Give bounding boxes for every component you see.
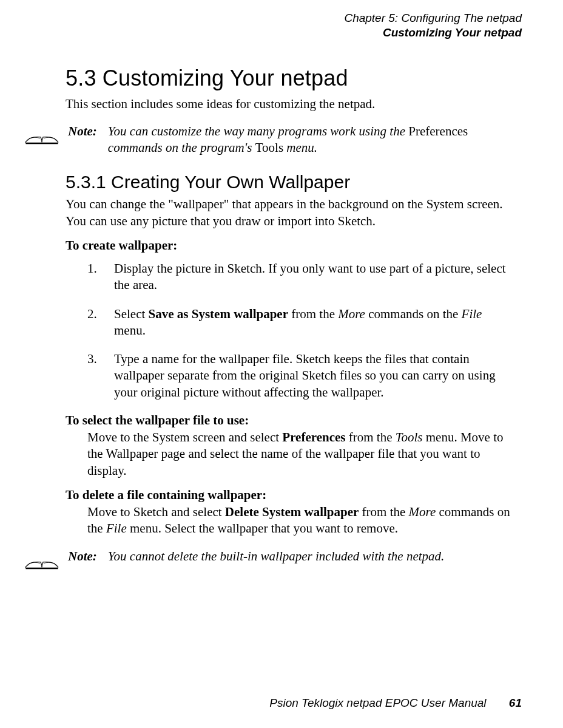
page-footer: Psion Teklogix netpad EPOC User Manual 6…: [269, 696, 522, 710]
select-wallpaper-block: To select the wallpaper file to use: Mov…: [66, 413, 522, 479]
note-label: Note:: [68, 548, 108, 565]
create-wallpaper-head: To create wallpaper:: [66, 238, 522, 253]
step-2: Select Save as System wallpaper from the…: [87, 306, 514, 339]
step-1: Display the picture in Sketch. If you on…: [87, 260, 514, 294]
note-block-1: Note: You can customize the way many pro…: [24, 123, 522, 157]
select-wallpaper-body: Move to the System screen and select Pre…: [87, 429, 512, 479]
open-book-icon: [24, 549, 59, 571]
note-text: You cannot delete the built-in wallpaper…: [108, 548, 445, 565]
content: 5.3 Customizing Your netpad This section…: [66, 66, 522, 571]
step-3: Type a name for the wallpaper file. Sket…: [87, 351, 514, 401]
open-book-icon: [24, 124, 59, 146]
section-heading: 5.3 Customizing Your netpad: [66, 66, 522, 91]
subsection-heading: 5.3.1 Creating Your Own Wallpaper: [66, 172, 522, 192]
page-header: Chapter 5: Configuring The netpad Custom…: [24, 11, 522, 40]
subsection-intro: You can change the "wallpaper" that appe…: [66, 196, 522, 230]
note-label: Note:: [68, 123, 108, 157]
header-section: Customizing Your netpad: [24, 26, 522, 40]
delete-wallpaper-body: Move to Sketch and select Delete System …: [87, 504, 512, 537]
note-block-2: Note: You cannot delete the built-in wal…: [24, 548, 522, 571]
note-body: Note: You cannot delete the built-in wal…: [68, 548, 444, 565]
intro-paragraph: This section includes some ideas for cus…: [66, 96, 522, 112]
footer-title: Psion Teklogix netpad EPOC User Manual: [269, 696, 486, 709]
delete-wallpaper-block: To delete a file containing wallpaper: M…: [66, 488, 522, 537]
note-body: Note: You can customize the way many pro…: [68, 123, 521, 157]
delete-wallpaper-head: To delete a file containing wallpaper:: [66, 488, 522, 503]
select-wallpaper-head: To select the wallpaper file to use:: [66, 413, 522, 428]
page: Chapter 5: Configuring The netpad Custom…: [0, 0, 563, 728]
header-chapter: Chapter 5: Configuring The netpad: [24, 11, 522, 26]
page-number: 61: [509, 696, 522, 709]
steps-list: Display the picture in Sketch. If you on…: [87, 260, 522, 401]
note-text: You can customize the way many programs …: [108, 123, 521, 157]
